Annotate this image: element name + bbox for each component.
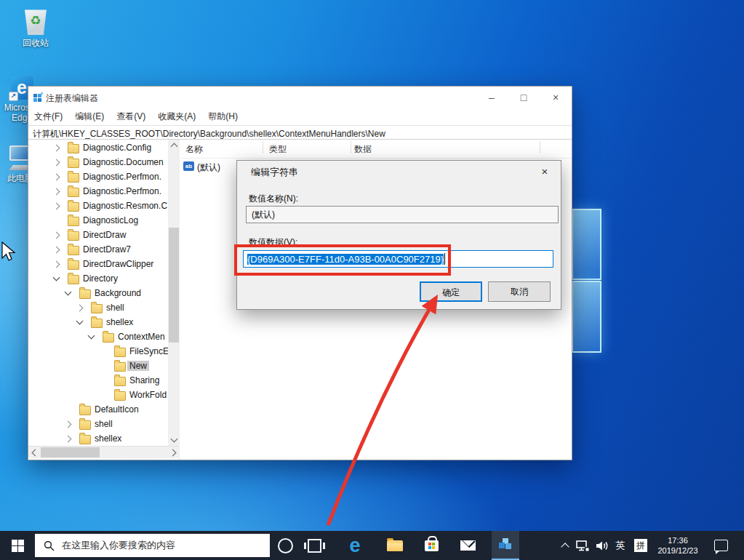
tree-vertical-scrollbar[interactable] <box>168 140 180 446</box>
tree-item-label[interactable]: ContextMen <box>116 332 167 342</box>
cortana-button[interactable] <box>272 531 298 560</box>
edge-taskbar-button[interactable]: e <box>342 531 368 560</box>
chevron-expanded-icon[interactable] <box>88 332 95 340</box>
tree-item-label[interactable]: FileSyncE <box>127 346 171 356</box>
tree-item-label[interactable]: shell <box>104 303 127 313</box>
dialog-close-icon[interactable]: × <box>536 164 553 179</box>
regedit-taskbar-button-active[interactable] <box>492 531 519 560</box>
tree-item-label[interactable]: shellex <box>104 317 135 327</box>
vertical-scroll-thumb[interactable] <box>169 228 179 343</box>
action-center-button[interactable] <box>708 531 733 560</box>
chevron-collapsed-icon[interactable] <box>53 174 60 181</box>
tree-item-new[interactable]: New <box>28 359 168 373</box>
tree-item-diagnostic-documen[interactable]: Diagnostic.Documen <box>28 155 168 169</box>
menu-file[interactable]: 文件(F) <box>34 111 63 123</box>
tree-item-diagnosticlog[interactable]: DiagnosticLog <box>28 213 168 228</box>
tree-item-label[interactable]: DirectDraw7 <box>81 244 133 255</box>
tree-item-diagnostic-perfmon-[interactable]: Diagnostic.Perfmon. <box>28 169 168 184</box>
column-data[interactable]: 数据 <box>354 143 372 156</box>
tree-item-label[interactable]: shellex <box>92 433 124 444</box>
start-button[interactable] <box>0 531 35 560</box>
tree-item-background[interactable]: Background <box>28 286 168 300</box>
taskbar-search-input[interactable]: 在这里输入你要搜索的内容 <box>35 534 270 557</box>
chevron-collapsed-icon[interactable] <box>65 436 72 443</box>
chevron-collapsed-icon[interactable] <box>65 421 72 428</box>
tree-item-shellex[interactable]: shellex <box>28 315 168 329</box>
task-view-button[interactable] <box>301 531 327 560</box>
chevron-collapsed-icon[interactable] <box>53 261 60 268</box>
scroll-down-arrow[interactable] <box>171 436 178 443</box>
tree-item-label[interactable]: DefaultIcon <box>92 404 141 415</box>
chevron-collapsed-icon[interactable] <box>53 145 60 152</box>
tree-item-label[interactable]: DirectDraw <box>81 230 128 240</box>
tree-item-label[interactable]: shell <box>92 419 115 429</box>
window-titlebar[interactable]: 注册表编辑器 – □ × <box>28 87 572 108</box>
chevron-collapsed-icon[interactable] <box>76 305 84 312</box>
tree-item-label[interactable]: New <box>127 361 149 371</box>
tree-item-label[interactable]: WorkFold <box>127 390 169 400</box>
network-status[interactable] <box>574 531 591 560</box>
column-type[interactable]: 类型 <box>269 143 287 156</box>
scroll-left-arrow[interactable] <box>32 449 39 457</box>
tree-item-sharing[interactable]: Sharing <box>28 373 168 388</box>
tree-item-label[interactable]: DiagnosticLog <box>81 215 140 225</box>
tree-item-label[interactable]: Diagnostic.Config <box>81 143 153 153</box>
chevron-collapsed-icon[interactable] <box>53 203 60 210</box>
horizontal-scroll-thumb[interactable] <box>41 447 100 457</box>
tree-horizontal-scrollbar[interactable] <box>28 446 180 458</box>
tree-item-label[interactable]: Diagnostic.Resmon.C <box>81 201 169 211</box>
cancel-button[interactable]: 取消 <box>488 281 551 302</box>
store-button[interactable] <box>418 531 444 560</box>
minimize-button[interactable]: – <box>476 87 508 108</box>
chevron-collapsed-icon[interactable] <box>53 247 60 254</box>
mail-button[interactable] <box>455 531 481 560</box>
tree-item-label[interactable]: Background <box>92 288 143 298</box>
tree-item-directdraw[interactable]: DirectDraw <box>28 228 168 242</box>
tree-item-label[interactable]: Diagnostic.Documen <box>81 157 166 167</box>
address-bar[interactable]: 计算机\HKEY_CLASSES_ROOT\Directory\Backgrou… <box>28 125 572 140</box>
menu-help[interactable]: 帮助(H) <box>208 111 238 123</box>
chevron-expanded-icon[interactable] <box>76 318 84 325</box>
chevron-expanded-icon[interactable] <box>65 289 72 296</box>
tree-item-label[interactable]: Sharing <box>127 375 161 385</box>
maximize-button[interactable]: □ <box>508 87 540 108</box>
volume-status[interactable] <box>593 531 612 560</box>
tree-item-diagnostic-config[interactable]: Diagnostic.Config <box>28 140 168 155</box>
tree-item-shellex[interactable]: shellex <box>28 431 168 446</box>
tree-item-defaulticon[interactable]: DefaultIcon <box>28 402 168 417</box>
tray-expand-button[interactable] <box>557 531 573 560</box>
tree-item-shell[interactable]: shell <box>28 417 168 431</box>
value-name-field[interactable]: (默认) <box>246 206 559 223</box>
ok-button[interactable]: 确定 <box>420 281 482 302</box>
clock[interactable]: 17:36 2019/12/23 <box>652 531 704 560</box>
chevron-expanded-icon[interactable] <box>53 274 60 281</box>
scroll-up-arrow[interactable] <box>171 143 178 151</box>
clock-date: 2019/12/23 <box>657 545 697 556</box>
file-explorer-button[interactable] <box>382 531 408 560</box>
tree-item-diagnostic-perfmon-[interactable]: Diagnostic.Perfmon. <box>28 184 168 199</box>
tree-item-directory[interactable]: Directory <box>28 271 168 286</box>
tree-item-label[interactable]: DirectDrawClipper <box>81 259 156 269</box>
close-button[interactable]: × <box>540 87 572 108</box>
chevron-collapsed-icon[interactable] <box>53 232 60 239</box>
tree-item-workfold[interactable]: WorkFold <box>28 388 168 402</box>
menu-edit[interactable]: 编辑(E) <box>75 111 104 123</box>
tree-item-label[interactable]: Directory <box>81 273 120 284</box>
recycle-bin-icon[interactable]: ♻ 回收站 <box>14 9 57 48</box>
tree-item-filesynce[interactable]: FileSyncE <box>28 344 168 359</box>
menu-view[interactable]: 查看(V) <box>116 111 145 123</box>
ime-indicator[interactable]: 拼 <box>631 531 650 560</box>
chevron-collapsed-icon[interactable] <box>53 159 60 167</box>
column-name[interactable]: 名称 <box>185 143 203 156</box>
tree-item-contextmen[interactable]: ContextMen <box>28 329 168 344</box>
tree-item-directdrawclipper[interactable]: DirectDrawClipper <box>28 257 168 271</box>
tree-item-label[interactable]: Diagnostic.Perfmon. <box>81 186 164 196</box>
tree-item-label[interactable]: Diagnostic.Perfmon. <box>81 172 164 182</box>
scroll-right-arrow[interactable] <box>169 449 177 457</box>
chevron-collapsed-icon[interactable] <box>53 188 60 196</box>
menu-favorites[interactable]: 收藏夹(A) <box>158 111 196 123</box>
tree-item-shell[interactable]: shell <box>28 300 168 315</box>
tree-item-directdraw7[interactable]: DirectDraw7 <box>28 242 168 257</box>
tree-item-diagnostic-resmon-c[interactable]: Diagnostic.Resmon.C <box>28 199 168 213</box>
language-indicator[interactable]: 英 <box>612 531 629 560</box>
